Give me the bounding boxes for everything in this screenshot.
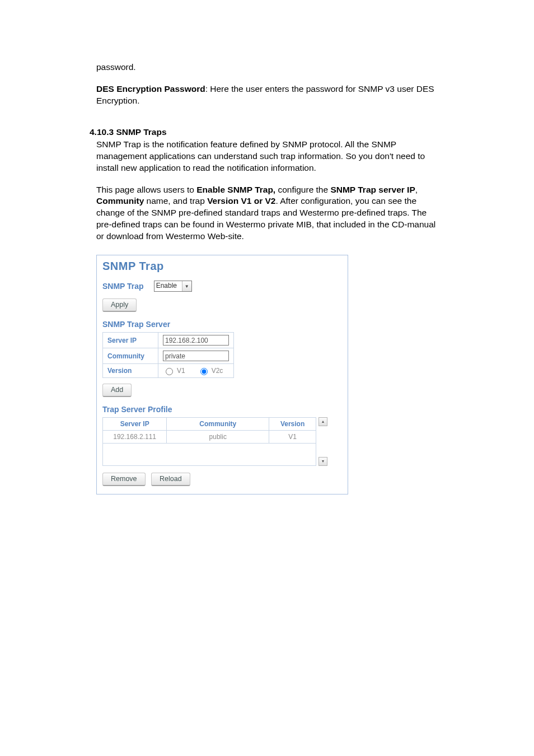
paragraph-snmp-trap-config: This page allows users to Enable SNMP Tr…	[96, 184, 439, 243]
trap-server-profile-table: Server IP Community Version 192.168.2.11…	[102, 417, 316, 466]
server-ip-input[interactable]	[163, 335, 229, 346]
snmp-trap-server-heading: SNMP Trap Server	[102, 320, 342, 329]
chevron-down-icon: ▼	[182, 281, 191, 291]
remove-button[interactable]: Remove	[102, 473, 146, 486]
section-heading-snmp-traps: 4.10.3 SNMP Traps	[90, 127, 439, 137]
scroll-down-icon[interactable]: ▾	[318, 457, 327, 466]
scroll-up-icon[interactable]: ▴	[318, 417, 327, 426]
cell-server-ip: 192.168.2.111	[103, 431, 167, 444]
snmp-trap-enable-label: SNMP Trap	[102, 282, 144, 291]
reload-button[interactable]: Reload	[151, 473, 190, 486]
dropdown-value: Enable	[154, 281, 182, 291]
col-community: Community	[167, 418, 269, 431]
trap-server-form: Server IP Community Version V1 V2c	[102, 332, 234, 378]
cell-community: public	[167, 431, 269, 444]
col-version: Version	[269, 418, 316, 431]
col-server-ip: Server IP	[103, 418, 167, 431]
paragraph-password: password.	[96, 62, 439, 73]
table-row[interactable]: 192.168.2.111 public V1	[103, 431, 316, 444]
apply-button[interactable]: Apply	[102, 298, 137, 312]
add-button[interactable]: Add	[102, 384, 132, 397]
cell-version: V1	[269, 431, 316, 444]
des-label: DES Encryption Password	[96, 84, 205, 94]
snmp-trap-panel: SNMP Trap SNMP Trap Enable ▼ Apply SNMP …	[96, 255, 348, 494]
version-label: Version	[103, 364, 158, 378]
profile-scrollbar[interactable]: ▴ ▾	[318, 417, 327, 466]
trap-server-profile-heading: Trap Server Profile	[102, 405, 342, 414]
paragraph-snmp-trap-intro: SNMP Trap is the notification feature de…	[96, 139, 439, 174]
server-ip-label: Server IP	[103, 333, 158, 348]
version-v1-radio[interactable]: V1	[163, 366, 185, 375]
community-input[interactable]	[163, 351, 229, 361]
version-v2c-radio[interactable]: V2c	[198, 366, 223, 375]
community-label: Community	[103, 348, 158, 364]
panel-title: SNMP Trap	[102, 260, 342, 273]
paragraph-des: DES Encryption Password: Here the user e…	[96, 83, 439, 107]
snmp-trap-enable-dropdown[interactable]: Enable ▼	[154, 281, 192, 292]
